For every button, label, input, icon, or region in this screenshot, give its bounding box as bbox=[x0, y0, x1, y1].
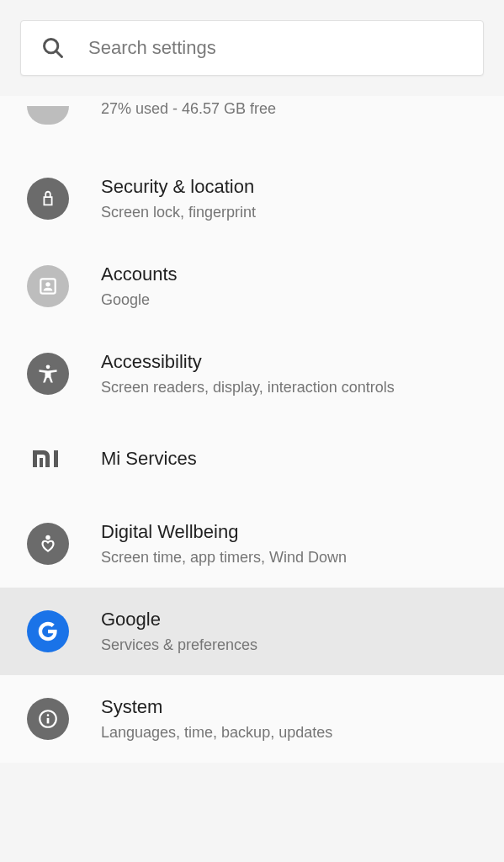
search-icon bbox=[41, 36, 65, 60]
settings-item-subtitle: Screen readers, display, interaction con… bbox=[101, 378, 395, 397]
settings-item-title: Mi Services bbox=[101, 447, 197, 471]
settings-item-subtitle: Languages, time, backup, updates bbox=[101, 723, 332, 742]
mi-icon bbox=[27, 438, 69, 480]
lock-icon bbox=[27, 178, 69, 220]
svg-line-1 bbox=[56, 51, 62, 57]
settings-item-google[interactable]: Google Services & preferences bbox=[0, 588, 504, 675]
svg-rect-7 bbox=[54, 450, 58, 467]
settings-list: 27% used - 46.57 GB free Security & loca… bbox=[0, 96, 504, 763]
settings-item-storage[interactable]: 27% used - 46.57 GB free bbox=[0, 96, 504, 155]
accessibility-icon bbox=[27, 353, 69, 395]
google-icon bbox=[27, 610, 69, 652]
settings-item-subtitle: Screen time, app timers, Wind Down bbox=[101, 548, 347, 567]
svg-point-4 bbox=[45, 282, 50, 286]
svg-rect-6 bbox=[40, 458, 43, 467]
settings-item-miservices[interactable]: Mi Services bbox=[0, 418, 504, 500]
search-placeholder: Search settings bbox=[88, 37, 216, 59]
svg-point-8 bbox=[45, 535, 50, 540]
settings-item-title: Security & location bbox=[101, 175, 256, 200]
settings-item-subtitle: Screen lock, fingerprint bbox=[101, 203, 256, 222]
account-icon bbox=[27, 265, 69, 307]
svg-point-10 bbox=[47, 714, 50, 716]
settings-item-subtitle: Services & preferences bbox=[101, 636, 257, 655]
settings-item-title: Digital Wellbeing bbox=[101, 520, 347, 545]
wellbeing-icon bbox=[27, 523, 69, 565]
settings-item-title: Accessibility bbox=[101, 350, 395, 375]
settings-item-wellbeing[interactable]: Digital Wellbeing Screen time, app timer… bbox=[0, 500, 504, 588]
settings-item-subtitle: 27% used - 46.57 GB free bbox=[101, 99, 276, 119]
settings-item-subtitle: Google bbox=[101, 290, 178, 310]
settings-item-accounts[interactable]: Accounts Google bbox=[0, 242, 504, 330]
header: Search settings bbox=[0, 0, 504, 96]
settings-item-accessibility[interactable]: Accessibility Screen readers, display, i… bbox=[0, 330, 504, 418]
settings-item-title: Google bbox=[101, 608, 257, 632]
settings-item-title: Accounts bbox=[101, 263, 178, 287]
settings-item-title: System bbox=[101, 695, 332, 720]
settings-item-security[interactable]: Security & location Screen lock, fingerp… bbox=[0, 155, 504, 242]
svg-point-5 bbox=[46, 364, 50, 369]
storage-icon bbox=[27, 96, 69, 138]
settings-item-system[interactable]: System Languages, time, backup, updates bbox=[0, 675, 504, 763]
info-icon bbox=[27, 698, 69, 740]
search-box[interactable]: Search settings bbox=[20, 20, 484, 76]
svg-point-2 bbox=[47, 200, 50, 202]
